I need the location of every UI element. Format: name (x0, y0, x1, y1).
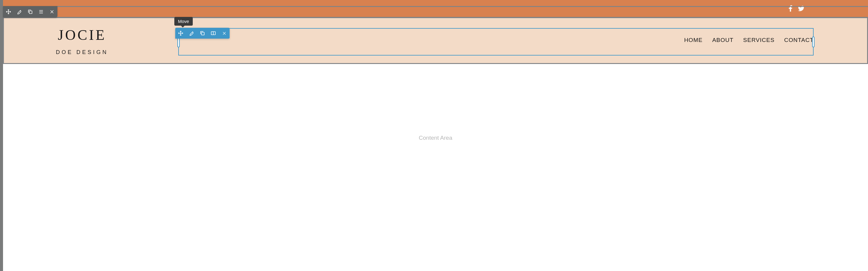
editor-left-border (0, 0, 3, 271)
module-toolbar (175, 28, 229, 39)
menu-icon (38, 9, 44, 14)
social-icons (788, 5, 805, 12)
close-icon (50, 9, 54, 14)
menu-section-button[interactable] (36, 6, 46, 18)
move-module-button[interactable] (175, 28, 186, 39)
delete-section-button[interactable] (46, 6, 57, 18)
duplicate-icon (200, 31, 205, 36)
columns-icon (211, 31, 216, 36)
move-icon (178, 31, 183, 36)
module-selection-border (178, 28, 814, 56)
resize-handle-right[interactable] (812, 36, 814, 47)
logo-title: JOCIE (56, 27, 108, 43)
duplicate-section-button[interactable] (25, 6, 36, 18)
delete-module-button[interactable] (219, 28, 229, 39)
wrench-icon (189, 31, 194, 36)
logo-subtitle: DOE DESIGN (56, 49, 108, 56)
settings-section-button[interactable] (14, 6, 25, 18)
close-icon (222, 31, 226, 36)
columns-module-button[interactable] (208, 28, 219, 39)
wrench-icon (17, 9, 22, 14)
site-header: JOCIE DOE DESIGN HOME ABOUT SERVICES CON… (3, 17, 868, 63)
svg-rect-1 (202, 32, 204, 35)
duplicate-icon (28, 9, 33, 14)
duplicate-module-button[interactable] (197, 28, 208, 39)
settings-module-button[interactable] (186, 28, 197, 39)
logo-area[interactable]: JOCIE DOE DESIGN (3, 25, 120, 56)
top-bar (3, 0, 868, 17)
content-placeholder: Content Area (419, 135, 452, 271)
content-area[interactable]: Content Area (3, 65, 868, 271)
move-tooltip: Move (174, 17, 193, 26)
svg-rect-0 (29, 11, 32, 13)
twitter-icon[interactable] (798, 5, 805, 12)
move-section-button[interactable] (3, 6, 14, 18)
section-toolbar (3, 6, 57, 18)
move-icon (6, 9, 11, 14)
facebook-icon[interactable] (788, 5, 793, 12)
